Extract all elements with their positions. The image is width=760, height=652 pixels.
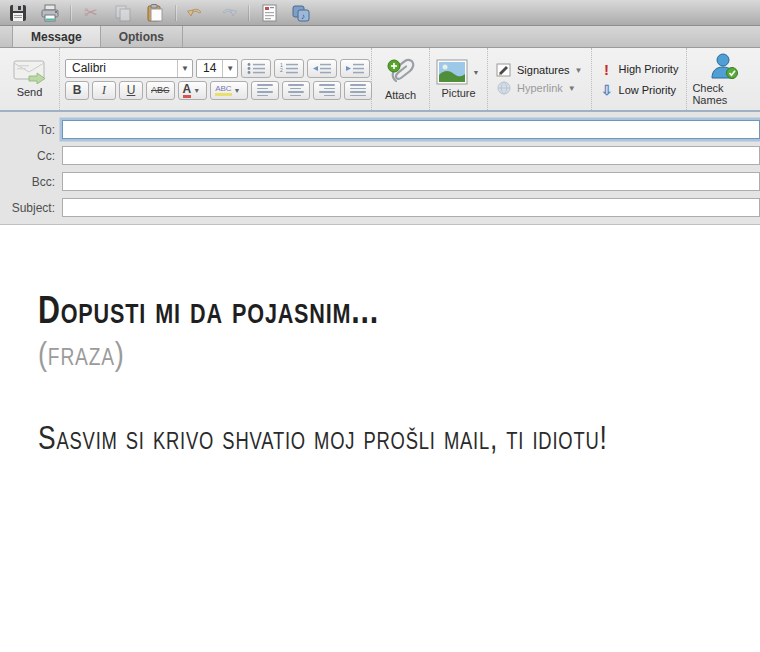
cc-row: Cc:: [0, 145, 760, 166]
subject-label: Subject:: [0, 201, 62, 215]
attach-button[interactable]: Attach: [372, 48, 430, 110]
save-icon[interactable]: [6, 3, 30, 23]
hyperlink-label: Hyperlink: [517, 82, 563, 94]
low-priority-button[interactable]: ⇩ Low Priority: [600, 82, 679, 98]
numbered-list-icon: 1 2: [279, 62, 299, 75]
high-priority-icon: !: [600, 61, 614, 78]
redo-icon-svg: [218, 5, 238, 21]
justify-button[interactable]: [344, 81, 372, 100]
font-color-button[interactable]: A▼: [178, 81, 208, 100]
underline-label: U: [127, 83, 136, 97]
toolbar-separator: [70, 5, 71, 21]
bcc-input[interactable]: [62, 172, 760, 191]
media-browser-icon[interactable]: ♪: [289, 3, 313, 23]
hyperlink-button[interactable]: Hyperlink ▼: [496, 81, 583, 95]
font-size-value: 14: [197, 61, 222, 75]
underline-button[interactable]: U: [119, 81, 143, 100]
copy-icon[interactable]: [111, 3, 135, 23]
chevron-down-icon: ▼: [191, 87, 202, 94]
to-input[interactable]: [62, 120, 760, 139]
strikethrough-button[interactable]: ABC: [146, 81, 175, 100]
italic-label: I: [102, 83, 106, 98]
media-browser-icon-svg: ♪: [291, 4, 311, 22]
high-priority-label: High Priority: [619, 63, 679, 75]
strikethrough-label: ABC: [151, 85, 170, 95]
picture-label: Picture: [441, 87, 475, 99]
high-priority-button[interactable]: ! High Priority: [600, 61, 679, 78]
italic-button[interactable]: I: [92, 81, 116, 100]
align-center-button[interactable]: [282, 81, 310, 100]
send-envelope-icon: [13, 60, 47, 84]
tab-options-label: Options: [119, 30, 164, 44]
bulleted-list-button[interactable]: [241, 59, 271, 78]
bcc-row: Bcc:: [0, 171, 760, 192]
cut-icon[interactable]: ✂: [79, 3, 103, 23]
scissors-glyph: ✂: [84, 5, 97, 21]
body-line-1: Dopusti mi da pojasnim...: [38, 289, 379, 332]
tab-message[interactable]: Message: [12, 26, 101, 47]
subject-input[interactable]: [62, 198, 760, 217]
paste-icon[interactable]: [143, 3, 167, 23]
send-button[interactable]: Send: [0, 48, 60, 110]
signatures-icon: [496, 63, 512, 77]
chevron-down-icon: ▼: [222, 60, 237, 77]
font-group: Calibri ▼ 14 ▼ 1 2: [60, 48, 372, 110]
low-priority-icon: ⇩: [600, 82, 614, 98]
ribbon: Send Calibri ▼ 14 ▼: [0, 48, 760, 112]
scrapbook-icon[interactable]: [257, 3, 281, 23]
scrapbook-icon-svg: [261, 4, 278, 22]
send-label: Send: [17, 86, 43, 98]
hyperlink-globe-icon: [496, 81, 512, 95]
signatures-label: Signatures: [517, 64, 570, 76]
digit-2: 2: [280, 67, 283, 73]
decrease-indent-button[interactable]: [307, 59, 337, 78]
subject-row: Subject:: [0, 197, 760, 218]
picture-icon: [436, 59, 468, 85]
redo-icon[interactable]: [216, 3, 240, 23]
priority-group: ! High Priority ⇩ Low Priority: [592, 48, 688, 110]
tab-message-label: Message: [31, 30, 82, 44]
picture-button[interactable]: ▼ Picture: [430, 48, 488, 110]
copy-icon-svg: [114, 4, 132, 22]
undo-icon[interactable]: [184, 3, 208, 23]
attach-label: Attach: [385, 89, 416, 101]
justify-icon: [350, 84, 366, 96]
font-size-select[interactable]: 14 ▼: [196, 59, 238, 78]
undo-icon-svg: [186, 5, 206, 21]
numbered-list-button[interactable]: 1 2: [274, 59, 304, 78]
print-icon-svg: [40, 4, 60, 22]
paste-icon-svg: [146, 4, 164, 22]
to-label: To:: [0, 123, 62, 137]
signatures-hyperlink-group: Signatures ▼ Hyperlink ▼: [488, 48, 592, 110]
align-left-button[interactable]: [251, 81, 279, 100]
signatures-button[interactable]: Signatures ▼: [496, 63, 583, 77]
tab-options[interactable]: Options: [101, 26, 183, 47]
increase-indent-icon: [345, 62, 365, 75]
font-color-label: A: [183, 83, 192, 98]
bold-button[interactable]: B: [65, 81, 89, 100]
toolbar-separator: [175, 5, 176, 21]
check-names-button[interactable]: Check Names: [687, 48, 760, 110]
increase-indent-button[interactable]: [340, 59, 370, 78]
chevron-down-icon: ▼: [575, 66, 583, 75]
music-note-glyph: ♪: [301, 12, 305, 21]
highlight-button[interactable]: ABC▼: [210, 81, 247, 100]
bcc-label: Bcc:: [0, 175, 62, 189]
cc-input[interactable]: [62, 146, 760, 165]
body-line-3: Sasvim si krivo shvatio moj prošli mail,…: [38, 419, 608, 457]
check-names-label: Check Names: [692, 82, 755, 106]
quick-access-toolbar: ✂: [0, 0, 760, 26]
align-right-button[interactable]: [313, 81, 341, 100]
cc-label: Cc:: [0, 149, 62, 163]
message-headers: To: Cc: Bcc: Subject:: [0, 112, 760, 225]
save-icon-svg: [9, 4, 27, 22]
chevron-down-icon: ▼: [232, 87, 243, 94]
font-name-select[interactable]: Calibri ▼: [65, 59, 193, 78]
message-body[interactable]: Dopusti mi da pojasnim... (fraza) Sasvim…: [0, 225, 760, 652]
compose-mail-window: ✂: [0, 0, 760, 652]
print-icon[interactable]: [38, 3, 62, 23]
chevron-down-icon: ▼: [471, 69, 482, 76]
align-center-icon: [288, 84, 304, 96]
bold-label: B: [73, 83, 82, 97]
chevron-down-icon: ▼: [568, 84, 576, 93]
